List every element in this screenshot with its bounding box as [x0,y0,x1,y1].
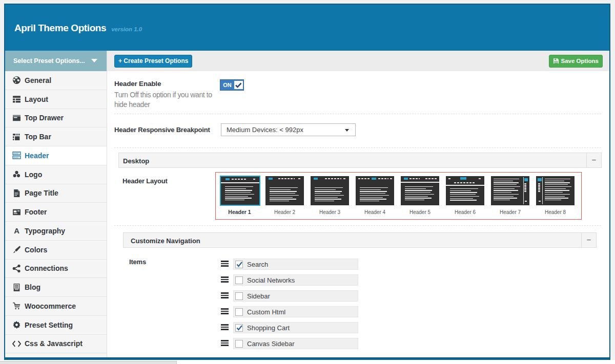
svg-text:A: A [14,227,19,235]
